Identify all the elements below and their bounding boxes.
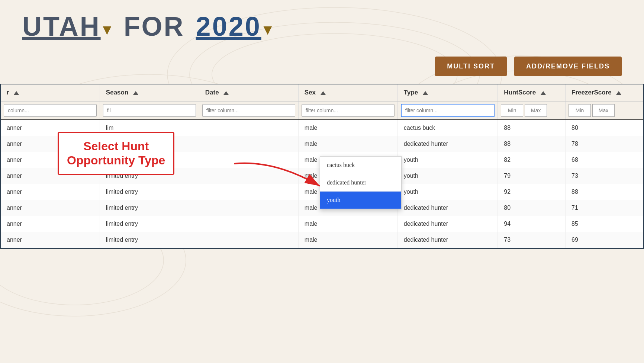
- table-row: annerlimited entrymalededicated hunter73…: [1, 232, 643, 248]
- filter-cell-season: [100, 101, 199, 120]
- cell-row7-col3: male: [298, 232, 397, 248]
- sort-icon-season: [133, 91, 138, 95]
- cell-row5-col4: dedicated hunter: [397, 200, 498, 216]
- dot-1: ▾: [103, 21, 110, 38]
- dropdown-item-dedicated-hunter[interactable]: dedicated hunter: [320, 174, 401, 192]
- cell-row7-col0: anner: [1, 232, 100, 248]
- sort-icon-date: [223, 91, 229, 95]
- cell-row7-col1: limited entry: [100, 232, 199, 248]
- cell-row2-col4: youth: [397, 152, 498, 168]
- cell-row4-col4: youth: [397, 184, 498, 200]
- dropdown-item-cactus-buck[interactable]: cactus buck: [320, 157, 401, 174]
- sort-icon-freezerscore: [616, 91, 621, 95]
- cell-row2-col6: 68: [566, 152, 643, 168]
- cell-row5-col2: [199, 200, 298, 216]
- table-row: annerlimited entrymalededicated hunter94…: [1, 216, 643, 232]
- title-for: FOR: [124, 11, 185, 42]
- cell-row0-col4: cactus buck: [397, 120, 498, 136]
- cell-row4-col2: [199, 184, 298, 200]
- page-title: UTAH ▾ FOR 2020 ▾: [22, 11, 622, 42]
- cell-row5-col0: anner: [1, 200, 100, 216]
- cell-row3-col5: 79: [498, 168, 566, 184]
- cell-row0-col5: 88: [498, 120, 566, 136]
- cell-row6-col6: 85: [566, 216, 643, 232]
- filter-cell-partial: [1, 101, 100, 120]
- header: UTAH ▾ FOR 2020 ▾: [0, 0, 644, 49]
- sort-icon-type: [423, 91, 428, 95]
- cell-row2-col5: 82: [498, 152, 566, 168]
- cell-row0-col3: male: [298, 120, 397, 136]
- cell-row0-col2: [199, 120, 298, 136]
- filter-input-freezerscore-max[interactable]: [592, 104, 615, 117]
- cell-row6-col1: limited entry: [100, 216, 199, 232]
- filter-input-huntscore-min[interactable]: [501, 104, 523, 117]
- cell-row6-col4: dedicated hunter: [397, 216, 498, 232]
- cell-row6-col3: male: [298, 216, 397, 232]
- toolbar: MULTI SORT ADD/REMOVE FIELDS: [0, 49, 644, 84]
- cell-row4-col0: anner: [1, 184, 100, 200]
- filter-input-type[interactable]: [401, 104, 495, 117]
- dot-2: ▾: [264, 21, 271, 38]
- table-header-row: r Season Date Sex Type: [1, 84, 643, 101]
- cell-row3-col2: [199, 168, 298, 184]
- cell-row1-col2: [199, 136, 298, 152]
- sort-icon-partial: [14, 91, 19, 95]
- cell-row6-col2: [199, 216, 298, 232]
- cell-row1-col3: male: [298, 136, 397, 152]
- col-header-partial[interactable]: r: [1, 84, 100, 101]
- cell-row5-col6: 71: [566, 200, 643, 216]
- cell-row2-col2: [199, 152, 298, 168]
- filter-input-date[interactable]: [202, 104, 295, 117]
- cell-row3-col4: youth: [397, 168, 498, 184]
- cell-row3-col6: 73: [566, 168, 643, 184]
- col-header-season[interactable]: Season: [100, 84, 199, 101]
- filter-input-freezerscore-min[interactable]: [569, 104, 591, 117]
- cell-row4-col5: 92: [498, 184, 566, 200]
- cell-row7-col2: [199, 232, 298, 248]
- cell-row7-col5: 73: [498, 232, 566, 248]
- dropdown-item-youth[interactable]: youth: [320, 192, 401, 209]
- add-remove-fields-button[interactable]: ADD/REMOVE FIELDS: [514, 57, 622, 76]
- col-header-type[interactable]: Type: [397, 84, 498, 101]
- cell-row5-col5: 80: [498, 200, 566, 216]
- cell-row1-col4: dedicated hunter: [397, 136, 498, 152]
- cell-row6-col0: anner: [1, 216, 100, 232]
- cell-row7-col6: 69: [566, 232, 643, 248]
- filter-input-huntscore-max[interactable]: [525, 104, 547, 117]
- sort-icon-huntscore: [541, 91, 546, 95]
- callout-text-line2: Opportunity Type: [67, 153, 165, 167]
- col-header-freezerscore[interactable]: FreezerScore: [566, 84, 643, 101]
- cell-row7-col4: dedicated hunter: [397, 232, 498, 248]
- callout-text-line1: Select Hunt: [67, 139, 165, 153]
- filter-input-partial[interactable]: [4, 104, 97, 117]
- filter-cell-freezerscore: [566, 101, 643, 120]
- title-year: 2020: [196, 11, 261, 42]
- callout-box: Select Hunt Opportunity Type: [58, 132, 174, 175]
- cell-row5-col1: limited entry: [100, 200, 199, 216]
- filter-input-season[interactable]: [103, 104, 196, 117]
- col-header-sex[interactable]: Sex: [298, 84, 397, 101]
- cell-row4-col6: 88: [566, 184, 643, 200]
- col-header-huntscore[interactable]: HuntScore: [498, 84, 566, 101]
- filter-cell-type: [397, 101, 498, 120]
- type-dropdown: cactus buck dedicated hunter youth: [320, 156, 402, 209]
- title-utah: UTAH: [22, 11, 101, 42]
- cell-row1-col5: 88: [498, 136, 566, 152]
- filter-cell-huntscore: [498, 101, 566, 120]
- filter-input-sex[interactable]: [302, 104, 395, 117]
- filter-cell-date: [199, 101, 298, 120]
- cell-row0-col6: 80: [566, 120, 643, 136]
- cell-row6-col5: 94: [498, 216, 566, 232]
- cell-row1-col6: 78: [566, 136, 643, 152]
- sort-icon-sex: [321, 91, 326, 95]
- filter-cell-sex: [298, 101, 397, 120]
- col-header-date[interactable]: Date: [199, 84, 298, 101]
- multi-sort-button[interactable]: MULTI SORT: [435, 57, 507, 76]
- cell-row4-col1: limited entry: [100, 184, 199, 200]
- table-filter-row: [1, 101, 643, 120]
